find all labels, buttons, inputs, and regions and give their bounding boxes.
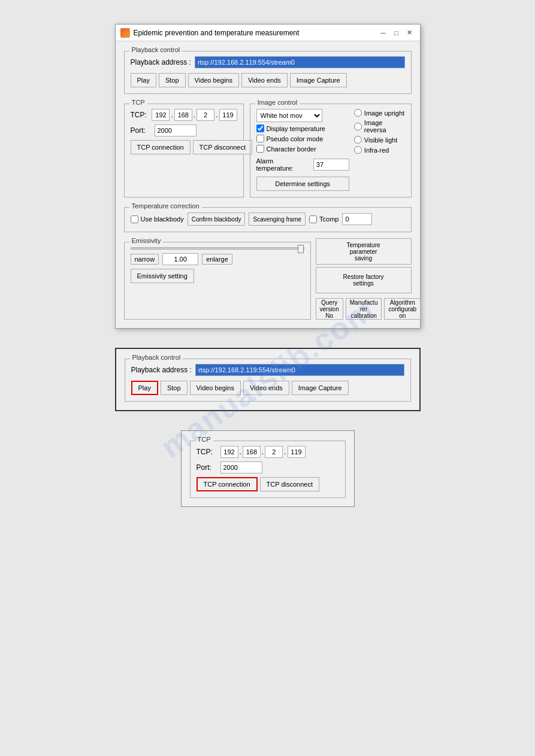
ip-octet-4[interactable] xyxy=(219,109,237,121)
ip-group: . . . xyxy=(152,109,237,121)
panel2-image-capture-button[interactable]: Image Capture xyxy=(292,381,349,395)
playback-control-group: Playback control Playback address : Play… xyxy=(124,51,412,94)
panel3-btn-row: TCP connection TCP disconnect xyxy=(197,477,339,491)
tcp-connection-button[interactable]: TCP connection xyxy=(131,140,191,154)
tcp-disconnect-button[interactable]: TCP disconnect xyxy=(193,140,252,154)
query-version-button[interactable]: Queryversion No xyxy=(316,298,343,320)
playback-row: Playback address : xyxy=(131,56,405,68)
panel3-port-label: Port: xyxy=(197,463,218,472)
ip-dot-1: . xyxy=(171,111,173,119)
temperature-correction-group: Temperature correction Use blackbody Con… xyxy=(124,207,412,232)
restore-factory-settings-button[interactable]: Restore factorysettings xyxy=(316,267,412,293)
tcomp-label: Tcomp xyxy=(319,215,338,223)
enlarge-button[interactable]: enlarge xyxy=(202,254,232,265)
port-input[interactable] xyxy=(155,125,197,136)
use-blackbody-row[interactable]: Use blackbody xyxy=(131,215,184,223)
image-capture-button[interactable]: Image Capture xyxy=(290,73,347,87)
tcp-ip-row: TCP: . . . xyxy=(131,109,237,121)
panel2-video-begins-button[interactable]: Video begins xyxy=(190,381,241,395)
infra-red-radio-row[interactable]: Infra-red xyxy=(354,146,405,154)
port-label: Port: xyxy=(131,126,152,135)
determine-settings-button[interactable]: Determine settings xyxy=(256,177,349,191)
emissivity-setting-button[interactable]: Emissivity setting xyxy=(131,269,194,283)
panel3-ip-octet-3[interactable] xyxy=(265,446,283,458)
image-reversal-label: Image reversa xyxy=(364,119,405,133)
temperature-parameter-saving-button[interactable]: Temperatureparametersaving xyxy=(316,238,412,265)
image-control-group: Image control White hot mov Black hot Ir… xyxy=(250,104,412,198)
image-upright-radio-row[interactable]: Image upright xyxy=(354,109,405,117)
panel3-tcp-disconnect-button[interactable]: TCP disconnect xyxy=(260,477,319,491)
panel3-tcp-label: TCP xyxy=(195,436,213,443)
display-temperature-checkbox-row[interactable]: Display temperature xyxy=(256,125,349,132)
visible-light-radio[interactable] xyxy=(354,136,362,144)
manufacturer-calibration-button[interactable]: Manufacturercalbration xyxy=(346,298,382,320)
image-ctrl-inner: White hot mov Black hot Iron bow Rainbow… xyxy=(256,109,405,191)
panel3-ip-octet-1[interactable] xyxy=(220,446,238,458)
playback-control-label: Playback control xyxy=(129,46,183,53)
maximize-button[interactable]: □ xyxy=(391,28,402,38)
emissivity-value-input[interactable] xyxy=(162,253,198,265)
tcomp-checkbox[interactable] xyxy=(309,215,317,223)
video-ends-button[interactable]: Video ends xyxy=(241,73,288,87)
use-blackbody-label: Use blackbody xyxy=(141,215,184,223)
image-upright-radio[interactable] xyxy=(354,109,362,117)
panel2-stop-button[interactable]: Stop xyxy=(161,381,188,395)
alarm-row: Alarm temperature: xyxy=(256,157,349,172)
window-title: Epidemic prevention and temperature meas… xyxy=(134,29,374,37)
close-button[interactable]: ✕ xyxy=(404,28,415,38)
side-buttons: Temperatureparametersaving Restore facto… xyxy=(316,238,412,320)
pseudo-color-checkbox-row[interactable]: Pseudo color mode xyxy=(256,135,349,142)
panel3-tcp-ip-row: TCP: . . . xyxy=(197,446,339,458)
pseudo-color-label: Pseudo color mode xyxy=(267,135,324,142)
stop-button[interactable]: Stop xyxy=(159,73,186,87)
algorithm-configuration-button[interactable]: Algorithmconfigurabon xyxy=(384,298,421,320)
image-reversal-radio[interactable] xyxy=(354,123,362,130)
tcomp-input[interactable] xyxy=(342,213,372,225)
page-container: Epidemic prevention and temperature meas… xyxy=(0,0,535,756)
panel2-playback-address-input[interactable] xyxy=(195,364,404,376)
infra-red-radio[interactable] xyxy=(354,146,362,154)
tcp-group-label: TCP xyxy=(129,99,147,106)
pseudo-color-checkbox[interactable] xyxy=(256,135,264,142)
panel2-video-ends-button[interactable]: Video ends xyxy=(243,381,289,395)
image-reversal-radio-row[interactable]: Image reversa xyxy=(354,119,405,133)
panel3-tcp-connection-button[interactable]: TCP connection xyxy=(197,477,258,491)
video-begins-button[interactable]: Video begins xyxy=(188,73,239,87)
panel2-playback-label: Playback control xyxy=(130,354,183,361)
ip-octet-3[interactable] xyxy=(197,109,214,121)
narrow-button[interactable]: narrow xyxy=(131,254,159,265)
play-button[interactable]: Play xyxy=(131,73,156,87)
panel3-ip-octet-4[interactable] xyxy=(288,446,306,458)
temperature-correction-label: Temperature correction xyxy=(129,202,202,210)
slider-track[interactable] xyxy=(131,247,304,250)
use-blackbody-checkbox[interactable] xyxy=(131,215,138,223)
display-temperature-label: Display temperature xyxy=(267,125,325,132)
panel3: TCP TCP: . . . Port: TCP connection xyxy=(181,430,355,507)
mode-dropdown[interactable]: White hot mov Black hot Iron bow Rainbow xyxy=(256,109,322,122)
alarm-temperature-label: Alarm temperature: xyxy=(256,157,310,172)
window-controls: ─ □ ✕ xyxy=(378,28,415,38)
panel3-ip-dot-2: . xyxy=(262,448,264,456)
panel3-ip-group: . . . xyxy=(220,446,306,458)
alarm-temperature-input[interactable] xyxy=(313,159,349,171)
character-border-checkbox[interactable] xyxy=(256,145,264,153)
display-temperature-checkbox[interactable] xyxy=(256,125,264,132)
character-border-checkbox-row[interactable]: Character border xyxy=(256,145,349,153)
panel3-tcp-ip-label: TCP: xyxy=(197,448,218,456)
scavenging-frame-button[interactable]: Scavenging frame xyxy=(249,212,306,226)
ip-octet-1[interactable] xyxy=(152,109,170,121)
image-control-label: Image control xyxy=(255,99,300,106)
panel2-playback-address-label: Playback address : xyxy=(131,366,192,374)
minimize-button[interactable]: ─ xyxy=(378,28,389,38)
ip-octet-2[interactable] xyxy=(174,109,192,121)
ip-dot-2: . xyxy=(194,111,195,119)
image-ctrl-right: Image upright Image reversa Visible ligh… xyxy=(354,109,405,191)
panel3-port-input[interactable] xyxy=(220,462,262,473)
panel2-play-button[interactable]: Play xyxy=(131,381,158,395)
slider-thumb[interactable] xyxy=(298,245,304,253)
playback-address-label: Playback address : xyxy=(131,58,191,66)
visible-light-radio-row[interactable]: Visible light xyxy=(354,136,405,144)
playback-address-input[interactable] xyxy=(195,56,405,68)
panel3-ip-octet-2[interactable] xyxy=(243,446,261,458)
confirm-blackbody-button[interactable]: Confirm blackbody xyxy=(188,212,246,226)
